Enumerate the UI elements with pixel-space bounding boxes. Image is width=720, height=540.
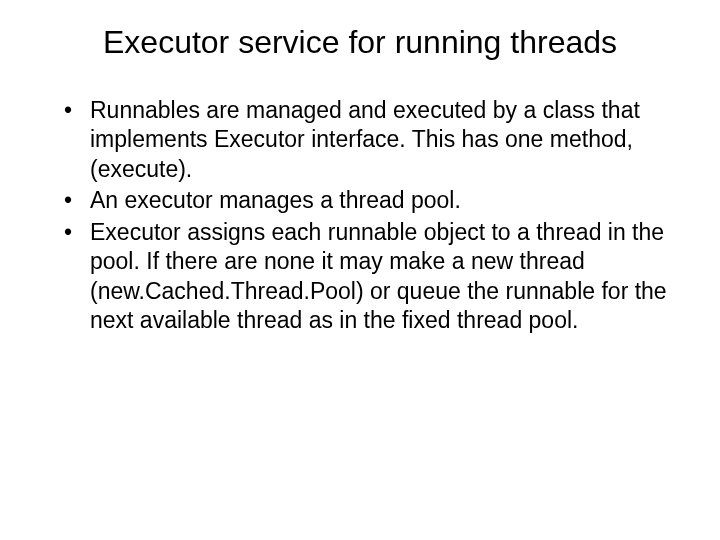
list-item: An executor manages a thread pool. [64,186,680,215]
slide-title: Executor service for running threads [40,22,680,62]
list-item: Runnables are managed and executed by a … [64,96,680,184]
list-item: Executor assigns each runnable object to… [64,218,680,336]
bullet-list: Runnables are managed and executed by a … [40,96,680,336]
